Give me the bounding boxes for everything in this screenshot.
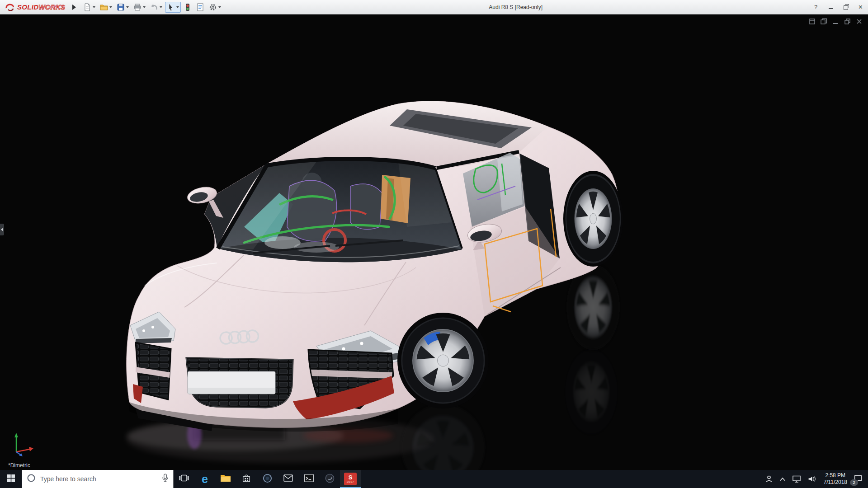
solidworks-icon-year: 2017: [347, 480, 354, 484]
new-document-icon: [83, 3, 91, 11]
taskbar-edge-button[interactable]: e: [194, 470, 215, 488]
options-dropdown-arrow[interactable]: [218, 6, 221, 8]
brand-works: WORKS: [38, 3, 65, 11]
rebuild-icon: [184, 3, 192, 11]
view-orientation-label: *Dimetric: [8, 462, 30, 469]
minimize-icon: [829, 8, 833, 9]
file-properties-button[interactable]: [194, 2, 206, 13]
restore-icon: [844, 5, 848, 10]
command-prompt-icon: [304, 474, 314, 484]
store-icon: [241, 474, 251, 485]
clock-time: 2:58 PM: [824, 472, 848, 479]
dassault-systemes-logo-icon: [5, 2, 15, 13]
taskbar-circle-app-button[interactable]: [257, 470, 278, 488]
title-bar: SOLIDWORKS: [0, 0, 868, 14]
open-folder-icon: [100, 3, 108, 11]
people-button[interactable]: [762, 470, 776, 488]
hidden-icons-chevron[interactable]: [776, 470, 789, 488]
taskbar-store-button[interactable]: [236, 470, 257, 488]
taskbar: e: [0, 470, 868, 488]
taskbar-file-explorer-button[interactable]: [215, 470, 236, 488]
print-icon: [133, 3, 142, 11]
solidworks-app-icon: S 2017: [344, 473, 357, 485]
rebuild-button[interactable]: [182, 2, 193, 13]
select-arrow-icon: [167, 3, 175, 11]
toolbar-expand-arrow[interactable]: [72, 5, 76, 10]
close-button[interactable]: ×: [853, 0, 868, 14]
save-floppy-icon: [117, 3, 125, 11]
minimize-button[interactable]: [823, 0, 838, 14]
solidworks-window: SOLIDWORKS: [0, 0, 868, 488]
close-icon: ×: [859, 4, 863, 11]
new-dropdown-arrow[interactable]: [93, 6, 95, 8]
task-view-icon: [179, 474, 189, 484]
3d-scene[interactable]: [0, 14, 868, 470]
select-tool-button[interactable]: [165, 2, 181, 13]
quick-access-toolbar: [81, 2, 223, 13]
undo-button[interactable]: [148, 2, 164, 13]
select-dropdown-arrow[interactable]: [176, 6, 179, 8]
mail-icon: [283, 474, 293, 484]
undo-dropdown-arrow[interactable]: [160, 6, 162, 8]
undo-icon: [150, 3, 158, 11]
car-model[interactable]: [127, 101, 623, 432]
search-input[interactable]: [39, 475, 158, 483]
print-dropdown-arrow[interactable]: [143, 6, 146, 8]
front-wheel[interactable]: [401, 318, 485, 404]
action-center-button[interactable]: 2: [851, 470, 868, 488]
microphone-icon[interactable]: [162, 474, 169, 484]
clock-date: 7/11/2018: [824, 479, 848, 486]
window-controls: ? ×: [808, 0, 868, 14]
brand-solid: SOLID: [17, 3, 38, 11]
restore-document-button[interactable]: [844, 18, 851, 25]
file-properties-icon: [196, 3, 204, 11]
options-button[interactable]: [207, 2, 223, 13]
open-button[interactable]: [98, 2, 114, 13]
notification-badge: 2: [850, 479, 858, 486]
start-button[interactable]: [0, 470, 22, 488]
license-plate[interactable]: [188, 371, 275, 394]
cascade-windows-button[interactable]: [821, 18, 827, 25]
save-button[interactable]: [115, 2, 131, 13]
file-explorer-icon: [220, 474, 231, 484]
restore-button[interactable]: [838, 0, 853, 14]
volume-icon[interactable]: [804, 470, 820, 488]
print-button[interactable]: [132, 2, 147, 13]
system-tray: 2:58 PM 7/11/2018 2: [762, 470, 868, 488]
new-document-button[interactable]: [81, 2, 97, 13]
help-button[interactable]: ?: [808, 0, 823, 14]
rear-wheel[interactable]: [566, 174, 621, 263]
window-glare: [497, 155, 523, 211]
taskbar-dark-app-button[interactable]: [319, 470, 340, 488]
document-title: Audi R8 S [Read-only]: [223, 4, 808, 10]
network-icon[interactable]: [789, 470, 804, 488]
open-dropdown-arrow[interactable]: [109, 6, 112, 8]
cortana-icon: [27, 474, 36, 484]
panel-collapse-tab[interactable]: [0, 224, 4, 235]
taskbar-mail-button[interactable]: [278, 470, 298, 488]
windows-logo-icon: [7, 474, 15, 484]
taskbar-clock[interactable]: 2:58 PM 7/11/2018: [820, 472, 851, 486]
taskbar-command-prompt-button[interactable]: [298, 470, 319, 488]
solidworks-icon-letter: S: [349, 474, 353, 480]
taskbar-solidworks-button[interactable]: S 2017: [340, 470, 361, 488]
options-gear-icon: [209, 3, 217, 11]
new-window-button[interactable]: [809, 18, 816, 25]
orientation-triad[interactable]: [10, 429, 37, 458]
minimize-document-button[interactable]: [832, 18, 839, 25]
solidworks-logo: SOLIDWORKS: [5, 2, 65, 13]
taskbar-search-box[interactable]: [22, 470, 174, 488]
edge-icon: e: [202, 474, 208, 485]
circle-app-icon: [262, 473, 273, 485]
document-window-controls: [809, 18, 863, 25]
brand-text: SOLIDWORKS: [17, 3, 65, 11]
task-view-button[interactable]: [174, 470, 194, 488]
save-dropdown-arrow[interactable]: [126, 6, 129, 8]
graphics-viewport[interactable]: *Dimetric: [0, 14, 868, 470]
dark-app-icon: [325, 473, 335, 485]
help-icon: ?: [814, 4, 817, 10]
close-document-button[interactable]: [856, 18, 863, 25]
